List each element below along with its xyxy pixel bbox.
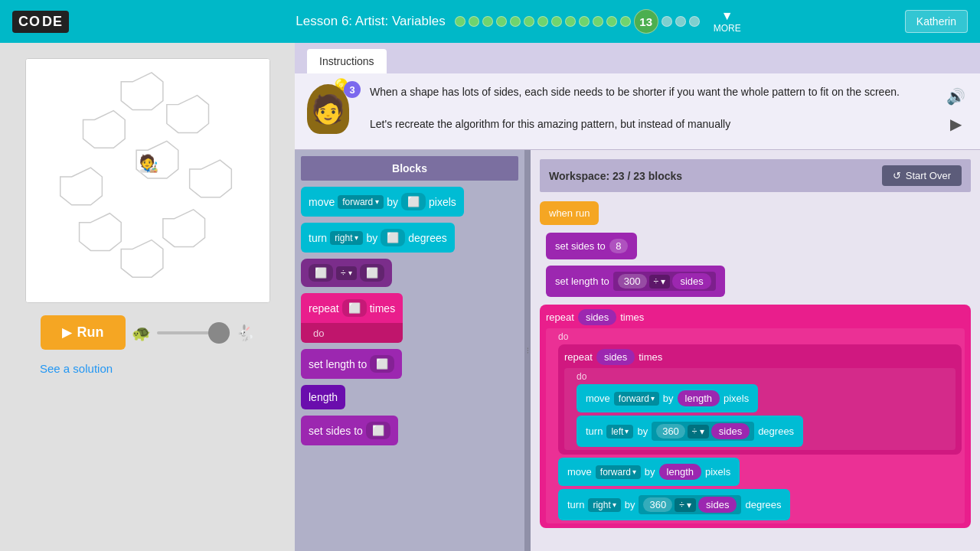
blocks-panel: Blocks move forward ▾ by ⬜ pixels turn xyxy=(295,150,524,551)
block-length-row: length xyxy=(301,385,518,409)
character-sprite: 🧑‍🎨 xyxy=(137,153,158,174)
progress-dot-17[interactable] xyxy=(689,16,700,27)
forward-dropdown[interactable]: forward ▾ xyxy=(338,195,384,209)
progress-dot-5[interactable] xyxy=(510,16,521,27)
when-run-block[interactable]: when run xyxy=(540,201,599,225)
ws-sides-var1[interactable]: sides xyxy=(672,273,710,289)
hint-badge[interactable]: 3 xyxy=(344,81,361,98)
instructions-tab[interactable]: Instructions xyxy=(307,49,387,73)
progress-dot-16[interactable] xyxy=(675,16,686,27)
svg-rect-0 xyxy=(26,59,270,302)
block-move-forward[interactable]: move forward ▾ by ⬜ pixels xyxy=(301,187,464,217)
repeat-input[interactable]: ⬜ xyxy=(342,299,367,317)
progress-dot-6[interactable] xyxy=(524,16,534,27)
outer-360[interactable]: 360 xyxy=(643,497,672,512)
audio-button[interactable]: 🔊 xyxy=(943,84,968,109)
run-button[interactable]: ▶ Run xyxy=(41,315,126,350)
inner-div-op[interactable]: ÷ ▾ xyxy=(688,425,709,439)
progress-dot-12[interactable] xyxy=(606,16,617,27)
block-set-length[interactable]: set length to ⬜ xyxy=(301,349,402,379)
outer-turn-dropdown[interactable]: right ▾ xyxy=(588,498,620,512)
inner-repeat-var[interactable]: sides xyxy=(596,349,635,365)
block-turn-right[interactable]: turn right ▾ by ⬜ degrees xyxy=(301,223,455,253)
instruction-line1: When a shape has lots of sides, each sid… xyxy=(370,84,934,100)
ws-inner-repeat-block[interactable]: repeat sides times do move xyxy=(558,344,962,455)
math-right-input[interactable]: ⬜ xyxy=(360,264,384,282)
inner-turn-op[interactable]: 360 ÷ ▾ sides xyxy=(652,422,754,441)
inner-move-by: by xyxy=(663,393,674,404)
speed-handle[interactable] xyxy=(208,322,230,344)
ws-sides-value[interactable]: 8 xyxy=(609,239,628,253)
turn-input[interactable]: ⬜ xyxy=(381,229,405,246)
progress-dot-10[interactable] xyxy=(579,16,590,27)
speed-slider[interactable] xyxy=(157,331,230,334)
outer-move-row: move forward ▾ by length pixels xyxy=(558,458,962,486)
math-left-input[interactable]: ⬜ xyxy=(309,264,333,282)
main-layout: 🧑‍🎨 ▶ Run 🐢 🐇 See a solution Instruction… xyxy=(0,43,980,551)
panel-divider[interactable] xyxy=(524,150,531,551)
more-arrow-icon: ▼ xyxy=(721,9,733,23)
div-dropdown[interactable]: ÷ ▾ xyxy=(336,266,357,280)
ws-outer-move-block[interactable]: move forward ▾ by length pixels xyxy=(558,458,740,486)
ws-outer-turn-block[interactable]: turn right ▾ by 360 ÷ ▾ sides degrees xyxy=(558,489,790,520)
inner-move-dropdown[interactable]: forward ▾ xyxy=(614,392,659,406)
outer-repeat-label: repeat xyxy=(546,311,574,323)
ws-outer-repeat-block[interactable]: repeat sides times do repeat sides xyxy=(540,305,971,528)
progress-dot-11[interactable] xyxy=(593,16,603,27)
start-over-button[interactable]: ↺ Start Over xyxy=(882,165,962,186)
block-math-op[interactable]: ⬜ ÷ ▾ ⬜ xyxy=(301,259,392,287)
ws-set-length-block[interactable]: set length to 300 ÷ ▾ sides xyxy=(546,266,725,297)
block-length-var[interactable]: length xyxy=(301,385,345,409)
outer-degrees2: degrees xyxy=(745,499,781,510)
see-solution-link[interactable]: See a solution xyxy=(40,362,113,375)
inner-360-1[interactable]: 360 xyxy=(656,424,685,439)
inner-turn-label: turn xyxy=(586,425,603,437)
progress-dot-2[interactable] xyxy=(469,16,479,27)
more-button[interactable]: ▼ MORE xyxy=(714,9,741,34)
right-dropdown[interactable]: right ▾ xyxy=(330,231,363,245)
instructions-tabs: Instructions xyxy=(295,43,980,73)
logo: CODE xyxy=(12,11,69,33)
progress-dot-4[interactable] xyxy=(496,16,507,27)
progress-dot-9[interactable] xyxy=(565,16,576,27)
outer-move-dropdown[interactable]: forward ▾ xyxy=(596,465,641,479)
inner-sides-var2[interactable]: sides xyxy=(711,423,750,439)
outer-move-label: move xyxy=(567,466,592,478)
inner-pixels: pixels xyxy=(724,393,749,404)
move-input[interactable]: ⬜ xyxy=(401,193,426,210)
play-instruction-button[interactable]: ▶ xyxy=(943,112,968,136)
set-length-input[interactable]: ⬜ xyxy=(370,355,394,373)
user-button[interactable]: Katherin xyxy=(905,10,968,33)
outer-turn-op[interactable]: 360 ÷ ▾ sides xyxy=(639,495,741,514)
block-repeat[interactable]: repeat ⬜ times xyxy=(301,293,403,323)
ws-inner-turn-block[interactable]: turn left ▾ by 360 ÷ ▾ sides xyxy=(577,416,803,447)
outer-div-op[interactable]: ÷ ▾ xyxy=(675,498,696,512)
ws-inner-move-block[interactable]: move forward ▾ by length pixels xyxy=(577,384,758,412)
progress-dot-8[interactable] xyxy=(551,16,562,27)
outer-sides-var3[interactable]: sides xyxy=(698,497,737,513)
ws-set-sides-block[interactable]: set sides to 8 xyxy=(546,233,637,259)
start-over-label: Start Over xyxy=(906,170,951,181)
set-sides-input[interactable]: ⬜ xyxy=(366,422,390,439)
ws-div-op[interactable]: ÷ ▾ xyxy=(649,275,671,289)
times-label: times xyxy=(370,302,395,315)
left-panel: 🧑‍🎨 ▶ Run 🐢 🐇 See a solution xyxy=(0,43,295,551)
progress-dot-13[interactable] xyxy=(620,16,631,27)
progress-dot-1[interactable] xyxy=(455,16,466,27)
block-set-sides[interactable]: set sides to ⬜ xyxy=(301,416,398,445)
progress-dot-3[interactable] xyxy=(482,16,493,27)
controls-row: ▶ Run 🐢 🐇 xyxy=(41,315,255,350)
outer-length-var[interactable]: length xyxy=(659,464,701,480)
outer-repeat-suffix: times xyxy=(620,311,644,323)
ws-length-op[interactable]: 300 ÷ ▾ sides xyxy=(613,272,716,291)
ws-length-val[interactable]: 300 xyxy=(618,274,647,289)
inner-length-var[interactable]: length xyxy=(678,390,720,406)
progress-dot-15[interactable] xyxy=(662,16,672,27)
outer-repeat-var[interactable]: sides xyxy=(578,309,616,325)
do-label: do xyxy=(313,328,324,339)
inner-turn-dropdown[interactable]: left ▾ xyxy=(606,425,633,439)
move-label: move xyxy=(309,196,335,208)
progress-dot-7[interactable] xyxy=(537,16,548,27)
set-length-block-row: set length to 300 ÷ ▾ sides xyxy=(540,266,971,300)
progress-dot-current[interactable]: 13 xyxy=(634,9,658,34)
